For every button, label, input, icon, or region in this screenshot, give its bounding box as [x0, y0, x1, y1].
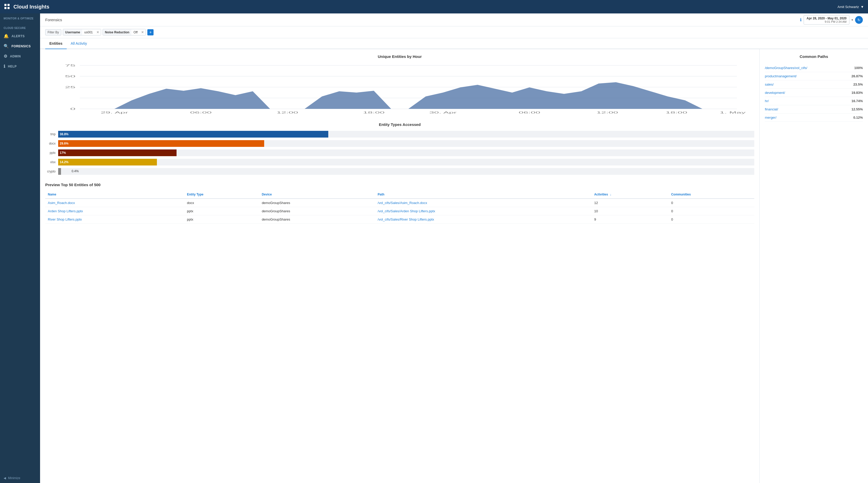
row-path-3[interactable]: /vol_cifs/Sales/River Shop Lifters.pptx — [375, 215, 592, 224]
col-header-communities: Communities — [669, 190, 754, 199]
page-title: Forensics — [45, 18, 800, 22]
svg-text:25: 25 — [65, 86, 75, 89]
bar-track-docx: 29.6% — [58, 140, 754, 147]
bar-chart-section: Entity Types Accessed tmp 38.8% docx — [45, 122, 754, 175]
bar-fill-docx: 29.6% — [58, 140, 264, 147]
sidebar-item-forensics[interactable]: 🔍 FORENSICS — [0, 41, 40, 51]
help-icon: ℹ — [4, 64, 5, 69]
row-communities-1: 0 — [669, 199, 754, 207]
table-row: Asim_Roach.docx docx demoGroupShares /vo… — [45, 199, 754, 207]
path-row-3: sales/ 23.5% — [765, 81, 863, 89]
bar-fill-crypto — [58, 168, 61, 175]
admin-icon: ⚙ — [4, 54, 7, 59]
bar-label-tmp: tmp — [45, 132, 58, 136]
filter-chip-username: Username us001 ✕ — [63, 29, 101, 35]
row-name-2[interactable]: Arden Shop Lifters.pptx — [45, 207, 184, 215]
line-chart-svg: 75 50 25 0 29. Apr 06:00 12:00 18:00 30.… — [45, 63, 754, 115]
svg-text:12:00: 12:00 — [596, 111, 618, 114]
bar-pct-crypto: 0.4% — [71, 169, 79, 173]
row-activities-2: 10 — [592, 207, 669, 215]
refresh-button[interactable]: ↻ — [855, 16, 863, 24]
bar-track-xlsx: 14.2% — [58, 159, 754, 165]
filter-bar: Filter By Username us001 ✕ Noise Reducti… — [40, 26, 868, 38]
path-pct-7: 0.12% — [853, 116, 863, 119]
bar-fill-pptx: 17% — [58, 149, 177, 156]
minimize-label: Minimize — [8, 476, 20, 480]
sidebar-item-alerts[interactable]: 🔔 ALERTS — [0, 31, 40, 41]
path-row-1: /demoGroupShares/vol_cifs/ 100% — [765, 64, 863, 72]
col-header-activities[interactable]: Activities ↓ — [592, 190, 669, 199]
filter-chip-noise-remove[interactable]: ✕ — [140, 29, 146, 35]
path-pct-4: 19.83% — [851, 91, 863, 95]
row-path-1[interactable]: /vol_cifs/Sales/Asim_Roach.docx — [375, 199, 592, 207]
sidebar-item-admin[interactable]: ⚙ ADMIN — [0, 51, 40, 61]
row-activities-3: 9 — [592, 215, 669, 224]
alerts-label: ALERTS — [12, 34, 25, 38]
path-name-7[interactable]: merger/ — [765, 116, 776, 119]
tabs-bar: Entities All Activtiy — [40, 38, 868, 49]
bar-chart-title: Entity Types Accessed — [45, 122, 754, 127]
path-name-4[interactable]: development/ — [765, 91, 785, 95]
date-info-icon[interactable]: ℹ — [800, 17, 802, 22]
path-name-1[interactable]: /demoGroupShares/vol_cifs/ — [765, 66, 807, 70]
row-name-1[interactable]: Asim_Roach.docx — [45, 199, 184, 207]
line-chart-container: 75 50 25 0 29. Apr 06:00 12:00 18:00 30.… — [45, 63, 754, 115]
row-name-3[interactable]: River Shop Lifters.pptx — [45, 215, 184, 224]
path-pct-3: 23.5% — [853, 83, 863, 86]
svg-text:75: 75 — [65, 64, 75, 67]
path-pct-2: 26.87% — [851, 74, 863, 78]
row-entity-type-1: docx — [184, 199, 259, 207]
path-name-3[interactable]: sales/ — [765, 83, 774, 86]
col-header-name: Name — [45, 190, 184, 199]
date-dropdown-icon[interactable]: ▾ — [851, 18, 853, 22]
row-device-2: demoGroupShares — [259, 207, 375, 215]
date-range-box[interactable]: Apr 28, 2020 - May 01, 2020 9:01 PM 2:34… — [804, 15, 849, 25]
path-pct-5: 16.74% — [851, 99, 863, 103]
sidebar: MONITOR & OPTIMIZE CLOUD SECURE 🔔 ALERTS… — [0, 13, 40, 483]
minimize-button[interactable]: ◀ Minimize — [0, 473, 40, 483]
main-content: Unique Entities by Hour 75 50 25 0 — [40, 49, 868, 483]
tab-entities[interactable]: Entities — [45, 38, 67, 49]
row-device-1: demoGroupShares — [259, 199, 375, 207]
row-path-2[interactable]: /vol_cifs/Sales/Arden Shop Lifters.pptx — [375, 207, 592, 215]
path-name-2[interactable]: productmanagement/ — [765, 74, 797, 78]
grid-icon[interactable] — [4, 4, 10, 10]
filter-chip-noise-value: Off — [131, 29, 140, 35]
svg-rect-2 — [4, 7, 6, 9]
svg-rect-1 — [7, 4, 9, 6]
sidebar-item-help[interactable]: ℹ HELP — [0, 61, 40, 71]
filter-chip-username-remove[interactable]: ✕ — [95, 29, 101, 35]
forensics-label: FORENSICS — [12, 44, 31, 48]
user-name: Amit Schwartz — [837, 5, 859, 9]
minimize-arrow-icon: ◀ — [4, 476, 6, 480]
content-header: Forensics ℹ Apr 28, 2020 - May 01, 2020 … — [40, 13, 868, 26]
bar-pct-tmp: 38.8% — [60, 132, 68, 136]
path-name-5[interactable]: hr/ — [765, 99, 769, 103]
activities-sort-icon: ↓ — [610, 193, 611, 196]
col-header-entity-type: Entity Type — [184, 190, 259, 199]
path-pct-6: 12.55% — [851, 107, 863, 111]
user-dropdown-icon[interactable]: ▼ — [861, 5, 864, 9]
bar-fill-xlsx: 14.2% — [58, 159, 157, 165]
path-row-5: hr/ 16.74% — [765, 97, 863, 105]
col-header-device: Device — [259, 190, 375, 199]
bar-label-docx: docx — [45, 142, 58, 145]
forensics-icon: 🔍 — [4, 44, 9, 49]
filter-chip-noise-key: Noise Reduction — [103, 29, 131, 35]
svg-rect-3 — [7, 7, 9, 9]
preview-section: Preview Top 50 Entities of 500 Name Enti… — [45, 183, 754, 224]
path-row-7: merger/ 0.12% — [765, 114, 863, 122]
bar-pct-xlsx: 14.2% — [60, 160, 68, 164]
tab-all-activity[interactable]: All Activtiy — [67, 38, 91, 49]
date-range-line2: 9:01 PM 2:34 AM — [825, 20, 846, 23]
path-name-6[interactable]: financial/ — [765, 107, 778, 111]
bar-track-pptx: 17% — [58, 149, 754, 156]
app-title: Cloud Insights — [13, 4, 837, 10]
row-device-3: demoGroupShares — [259, 215, 375, 224]
add-filter-button[interactable]: + — [147, 29, 154, 35]
path-row-6: financial/ 12.55% — [765, 105, 863, 114]
bar-track-tmp: 38.8% — [58, 131, 754, 138]
bar-label-xlsx: xlsx — [45, 160, 58, 164]
filter-by-label: Filter By — [45, 29, 61, 35]
left-panel: Unique Entities by Hour 75 50 25 0 — [40, 49, 760, 483]
